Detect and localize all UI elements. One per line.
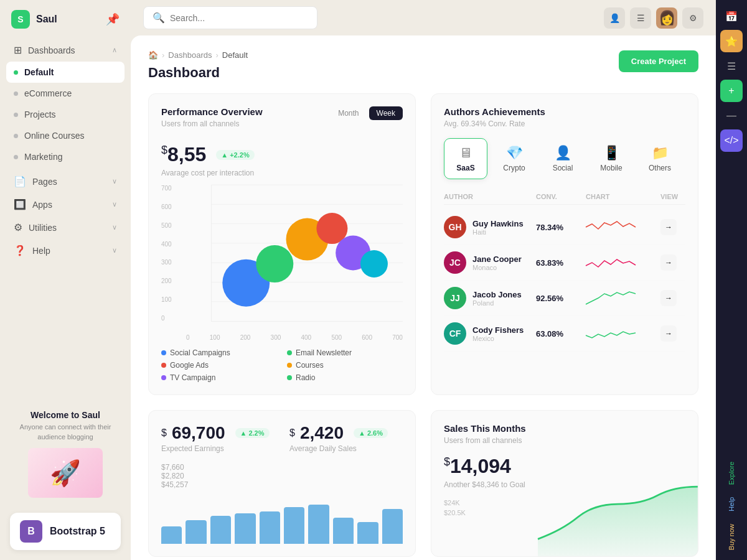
welcome-illustration: 🚀 <box>28 448 103 498</box>
chevron-icon: ∧ <box>112 46 117 54</box>
author-name-guy: Guy Hawkins <box>472 219 524 228</box>
month-button[interactable]: Month <box>331 106 366 120</box>
app-logo: S <box>11 10 30 29</box>
help-label: Help <box>32 246 50 256</box>
create-project-button[interactable]: Create Project <box>619 50 698 72</box>
right-label-buynow[interactable]: Buy now <box>728 519 735 555</box>
page-title: Dashboard <box>148 65 698 81</box>
author-row-jacob: JJ Jacob Jones Poland 92.56% → <box>444 281 685 316</box>
sales-title: Sales This Months <box>444 423 685 434</box>
expected-badge: ▲2.2% <box>235 428 270 438</box>
right-icon-add[interactable]: + <box>720 80 743 102</box>
authors-table-header: AUTHOR CONV. CHART VIEW <box>444 189 685 205</box>
chevron-icon: ∨ <box>112 246 117 254</box>
pin-icon[interactable]: 📌 <box>106 12 120 26</box>
perf-title: Performance Overview <box>161 106 263 117</box>
authors-card: Authors Achievements Avg. 69.34% Conv. R… <box>431 93 698 395</box>
col-chart: CHART <box>586 193 660 200</box>
sidebar-item-online-courses[interactable]: Online Courses <box>6 125 125 146</box>
sidebar-item-dashboards[interactable]: ⊞ Dashboards ∧ <box>6 39 125 62</box>
expected-label: Expected Earnings <box>161 444 275 453</box>
crypto-label: Crypto <box>503 164 525 172</box>
month-week-toggle: Month Week <box>331 106 403 120</box>
author-loc-cody: Mexico <box>472 335 524 342</box>
amount-1: $7,660 <box>161 463 403 472</box>
arrow-up-icon: ▲ <box>359 429 365 437</box>
avatar-jane: JC <box>444 251 466 274</box>
ecommerce-label: eCommerce <box>24 88 72 98</box>
sidebar-item-utilities[interactable]: ⚙ Utilities ∨ <box>6 216 125 239</box>
default-label: Default <box>24 67 54 77</box>
authors-subtitle: Avg. 69.34% Conv. Rate <box>444 119 685 128</box>
amount-3: $45,257 <box>161 480 403 489</box>
tab-social[interactable]: 👤 Social <box>541 138 585 179</box>
tab-crypto[interactable]: 💎 Crypto <box>492 138 536 179</box>
search-input[interactable] <box>170 13 308 23</box>
sidebar-item-apps[interactable]: 🔲 Apps ∨ <box>6 193 125 216</box>
utilities-icon: ⚙ <box>14 222 22 233</box>
topbar: 🔍 👤 ☰ 👩 ⚙ <box>131 0 716 35</box>
sidebar-item-ecommerce[interactable]: eCommerce <box>6 83 125 104</box>
tab-mobile[interactable]: 📱 Mobile <box>590 138 633 179</box>
conv-jacob: 92.56% <box>536 294 586 303</box>
daily-value: $2,420 ▲2.6% <box>289 423 403 443</box>
tab-others[interactable]: 📁 Others <box>638 138 682 179</box>
legend-courses: Courses <box>287 361 403 370</box>
mobile-label: Mobile <box>600 164 622 172</box>
metric-value: $8,55 <box>161 143 206 166</box>
search-box[interactable]: 🔍 <box>143 6 317 29</box>
y-axis-labels: 700 600 500 400 300 200 100 0 <box>161 185 174 322</box>
sales-subtitle: Users from all channels <box>444 436 685 445</box>
right-icon-menu[interactable]: ☰ <box>720 55 743 77</box>
nav-dot-icon <box>14 91 18 96</box>
topbar-icon-user[interactable]: 👤 <box>604 7 625 29</box>
online-courses-label: Online Courses <box>24 131 85 141</box>
bar-5 <box>260 511 280 544</box>
content-area: 🏠 › Dashboards › Default Dashboard Creat… <box>131 35 716 560</box>
view-btn-cody[interactable]: → <box>660 325 677 342</box>
daily-label: Average Daily Sales <box>289 444 403 453</box>
right-icon-calendar[interactable]: 📅 <box>720 5 743 27</box>
author-loc-guy: Haiti <box>472 228 524 236</box>
breadcrumb: 🏠 › Dashboards › Default <box>148 50 698 60</box>
topbar-icon-menu[interactable]: ☰ <box>630 7 651 29</box>
right-icon-code[interactable]: </> <box>720 129 743 152</box>
arrow-up-icon: ▲ <box>221 151 228 159</box>
chart-grid <box>212 185 403 321</box>
breadcrumb-sep2: › <box>215 50 218 60</box>
legend-dot-tv <box>161 375 166 380</box>
topbar-avatar[interactable]: 👩 <box>656 7 677 29</box>
right-label-help[interactable]: Help <box>728 492 735 516</box>
breadcrumb-home[interactable]: 🏠 <box>148 50 158 60</box>
legend-tv: TV Campaign <box>161 373 277 382</box>
dashboard-grid: Performance Overview Users from all chan… <box>148 93 698 395</box>
active-dot <box>14 70 18 75</box>
perf-subtitle: Users from all channels <box>161 119 263 128</box>
dashboards-label: Dashboards <box>28 45 75 55</box>
sidebar-item-help[interactable]: ❓ Help ∨ <box>6 239 125 262</box>
view-btn-guy[interactable]: → <box>660 219 677 235</box>
bar-chart-mini <box>161 494 403 544</box>
legend-dot-social <box>161 350 166 355</box>
expected-earnings: $69,700 ▲2.2% Expected Earnings <box>161 423 275 453</box>
sidebar-item-default[interactable]: Default <box>6 62 125 83</box>
chevron-icon: ∨ <box>112 223 117 231</box>
chart-legend: Social Campaigns Email Newsletter Google… <box>161 348 403 382</box>
week-button[interactable]: Week <box>369 106 403 120</box>
tab-saas[interactable]: 🖥 SaaS <box>444 138 487 179</box>
view-btn-jane[interactable]: → <box>660 254 677 271</box>
right-label-explore[interactable]: Explore <box>728 457 735 490</box>
sidebar-item-projects[interactable]: Projects <box>6 104 125 125</box>
view-btn-jacob[interactable]: → <box>660 290 677 306</box>
arrow-up-icon: ▲ <box>240 429 247 437</box>
topbar-icon-settings[interactable]: ⚙ <box>682 7 703 29</box>
breadcrumb-dashboards[interactable]: Dashboards <box>168 50 212 60</box>
author-row-jane: JC Jane Cooper Monaco 63.83% → <box>444 245 685 281</box>
legend-dot-courses <box>287 363 292 368</box>
sidebar-item-marketing[interactable]: Marketing <box>6 146 125 167</box>
right-icon-dash[interactable]: — <box>720 105 743 127</box>
marketing-label: Marketing <box>24 152 62 162</box>
sidebar-navigation: ⊞ Dashboards ∧ Default eCommerce <box>0 39 131 400</box>
sidebar-item-pages[interactable]: 📄 Pages ∨ <box>6 170 125 193</box>
right-icon-star[interactable]: ⭐ <box>720 30 743 52</box>
